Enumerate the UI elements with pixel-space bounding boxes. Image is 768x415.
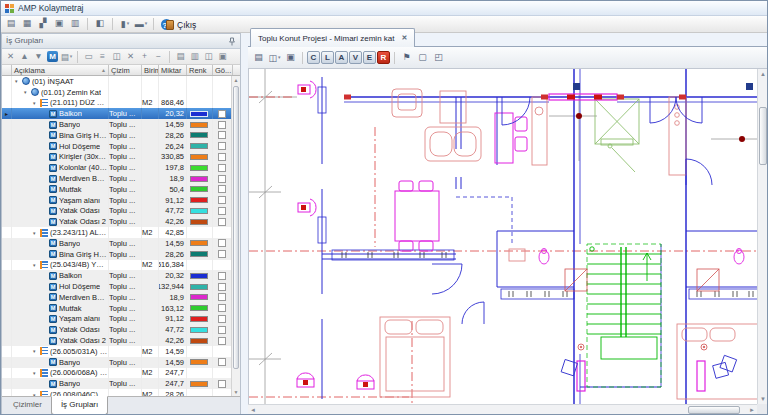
column-header-birim[interactable]: Birim — [142, 65, 159, 75]
show-checkbox[interactable] — [218, 131, 226, 139]
skin-select-icon[interactable]: ▮ — [118, 17, 132, 31]
scroll-down-icon[interactable]: ▼ — [232, 388, 240, 396]
table-row[interactable]: ▾ M Kolonlar (40X60) Toplu ... 197,8 — [2, 162, 233, 173]
collapse-tree-icon[interactable]: ▲ — [18, 50, 31, 63]
column-header-goster[interactable]: Gö... — [213, 65, 233, 75]
show-checkbox[interactable] — [218, 315, 226, 323]
expand-icon[interactable]: ▞ — [36, 17, 50, 31]
horizontal-scrollbar[interactable]: ◄ ► — [248, 404, 757, 415]
add-icon[interactable]: + — [138, 50, 151, 63]
show-checkbox[interactable] — [218, 207, 226, 215]
layer-e-button[interactable]: E — [363, 51, 376, 64]
table-row[interactable]: ▾ M Yaşam alanı Toplu ... 91,12 — [2, 195, 233, 206]
frame-icon[interactable]: ▭ — [82, 50, 95, 63]
add-page-icon[interactable]: ▤ — [60, 50, 73, 63]
select-region-icon[interactable]: ▢ — [415, 50, 430, 65]
panel-tab[interactable]: İş Grupları — [51, 396, 108, 415]
tree-scrollbar[interactable]: ▲ ▼ — [231, 76, 240, 396]
table-row[interactable]: ▾ M Yaşam alanı Toplu ... 91,12 — [2, 314, 233, 325]
paste-icon[interactable]: ▣ — [283, 50, 298, 65]
paste-icon[interactable]: ▣ — [216, 50, 229, 63]
remove-icon[interactable]: ✕ — [124, 50, 137, 63]
show-checkbox[interactable] — [218, 293, 226, 301]
table-row[interactable]: ▾ M Mutfak Toplu ... 50,4 — [2, 184, 233, 195]
table-row[interactable]: ▾ (26.005/031A) 33... M2 14,59 — [2, 346, 233, 357]
expander-icon[interactable]: ▾ — [33, 100, 40, 106]
layer-l-button[interactable]: L — [321, 51, 334, 64]
table-row[interactable]: ▾ (26.008/046C) 40... M2 28,26 — [2, 389, 233, 396]
flag-icon[interactable]: ⚑ — [399, 50, 414, 65]
show-checkbox[interactable] — [218, 358, 226, 366]
show-checkbox[interactable] — [218, 185, 226, 193]
show-checkbox[interactable] — [218, 304, 226, 312]
layer-c-button[interactable]: C — [307, 51, 320, 64]
pin-icon[interactable] — [228, 37, 236, 46]
show-checkbox[interactable] — [218, 153, 226, 161]
table-row[interactable]: ▾ M Kirişler (30x50) Toplu ... 330,85 — [2, 152, 233, 163]
show-checkbox[interactable] — [218, 196, 226, 204]
table-row[interactable]: ▾ M Balkon Toplu ... 20,32 — [2, 270, 233, 281]
table-row[interactable]: ▾ M Hol Döşeme Toplu ... 26,24 — [2, 141, 233, 152]
show-checkbox[interactable] — [218, 337, 226, 345]
table-row[interactable]: ▾ M Merdiven Boşluğu Toplu ... 18,9 — [2, 173, 233, 184]
copy-icon[interactable]: ◫ — [202, 50, 215, 63]
subtract-icon[interactable]: − — [152, 50, 165, 63]
expander-icon[interactable]: ▾ — [33, 262, 40, 268]
expander-icon[interactable]: ▾ — [15, 78, 22, 84]
scroll-thumb[interactable] — [759, 107, 767, 165]
show-checkbox[interactable] — [218, 142, 226, 150]
table-row[interactable]: ▾ (21.011) DÜZ YÜZ... M2 868,46 — [2, 98, 233, 109]
table-row[interactable]: ▾ M Banyo Toplu ... 247,7 — [2, 378, 233, 389]
delete-icon[interactable]: ✕ — [4, 50, 17, 63]
floorplan-canvas[interactable] — [248, 69, 757, 404]
expander-icon[interactable]: ▾ — [33, 230, 40, 236]
table-row[interactable]: ▾ (23.243/11) ALÜM... M2 42,85 — [2, 227, 233, 238]
table-row[interactable]: ▾ M Yatak Odası Toplu ... 47,72 — [2, 324, 233, 335]
metraj-icon[interactable]: M — [47, 51, 58, 62]
scroll-left-icon[interactable]: ◄ — [248, 405, 258, 415]
show-checkbox[interactable] — [218, 175, 226, 183]
expander-icon[interactable]: ▾ — [33, 370, 40, 376]
show-checkbox[interactable] — [218, 326, 226, 334]
table-row[interactable]: ▾ (01.01) Zemin Kat — [2, 87, 233, 98]
scroll-up-icon[interactable]: ▲ — [758, 69, 768, 79]
table-row[interactable]: ▾ M Yatak Odası 2 Toplu ... 42,26 — [2, 335, 233, 346]
table-row[interactable]: ▾ M Bina Giriş Holü Toplu ... 28,26 — [2, 249, 233, 260]
column-header-miktar[interactable]: Miktar — [159, 65, 187, 75]
table-row[interactable]: ▾ M Banyo Toplu ... 14,59 — [2, 119, 233, 130]
window-icon[interactable]: ◧ — [93, 17, 107, 31]
print-icon[interactable]: ▤ — [251, 50, 266, 65]
pick-area-icon[interactable]: ◰ — [431, 50, 446, 65]
show-checkbox[interactable] — [218, 164, 226, 172]
show-checkbox[interactable] — [218, 218, 226, 226]
table-row[interactable]: ▾ M Hol Döşeme Toplu ... 132,944 — [2, 281, 233, 292]
copy-icon[interactable]: ◫ — [267, 50, 282, 65]
column-header-cizim[interactable]: Çizim — [109, 65, 142, 75]
show-checkbox[interactable] — [218, 250, 226, 258]
expander-icon[interactable]: ▾ — [24, 89, 31, 95]
table-row[interactable]: ▾ M Mutfak Toplu ... 163,12 — [2, 303, 233, 314]
show-checkbox[interactable] — [218, 239, 226, 247]
show-checkbox[interactable] — [218, 380, 226, 388]
title-bar[interactable]: AMP Kolaymetraj — [1, 1, 768, 16]
zoom-window-icon[interactable] — [447, 50, 462, 65]
scroll-right-icon[interactable]: ► — [747, 405, 757, 415]
exit-button[interactable]: Çıkış — [161, 17, 201, 32]
report-icon[interactable]: ▤ — [4, 17, 18, 31]
expander-icon[interactable]: ▾ — [33, 348, 40, 354]
table-row[interactable]: ▾ M Banyo Toplu ... 14,59 — [2, 238, 233, 249]
table-row[interactable]: ▾ (25.043/4B) YENİ ... M2 516,384 — [2, 260, 233, 271]
close-icon[interactable]: ✕ — [402, 34, 408, 42]
show-checkbox[interactable] — [218, 272, 226, 280]
view-select-icon[interactable]: ▬ — [134, 17, 148, 31]
table-row[interactable]: ▾ M Bina Giriş Holü Toplu ... 28,26 — [2, 130, 233, 141]
expand-tree-icon[interactable]: ▼ — [32, 50, 45, 63]
table-row[interactable]: ▾ (01) İNŞAAT — [2, 76, 233, 87]
column-header-aciklama[interactable]: Açıklama▲ — [12, 65, 109, 75]
document-tab[interactable]: Toplu Konut Projesi - Mimari zemin kat ✕ — [250, 28, 415, 47]
table-row[interactable]: ▾ M Yatak Odası Toplu ... 47,72 — [2, 206, 233, 217]
edit-report-icon[interactable]: ▦ — [20, 17, 34, 31]
column-header-renk[interactable]: Renk — [187, 65, 213, 75]
layer-a-button[interactable]: A — [335, 51, 348, 64]
show-checkbox[interactable] — [218, 110, 226, 118]
